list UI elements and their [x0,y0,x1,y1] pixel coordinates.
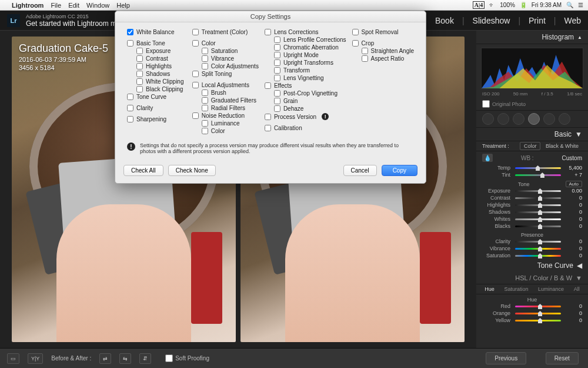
checkbox[interactable] [274,98,280,104]
check-all-button[interactable]: Check All [123,165,163,176]
checkbox[interactable] [274,90,280,97]
checkbox[interactable] [127,94,133,100]
checkbox[interactable] [192,112,199,119]
copy-option-split-toning[interactable]: Split Toning [192,70,259,78]
module-print[interactable]: Print [529,16,546,25]
checkbox[interactable] [192,29,199,35]
copy-option-chromatic-aberration[interactable]: Chromatic Aberration [265,44,346,51]
copy-option-process-version[interactable]: Process Version! [265,112,346,121]
checkbox[interactable] [202,89,208,96]
copy-option-sharpening[interactable]: Sharpening [127,115,186,123]
collapse-hsl-icon[interactable]: ▼ [576,274,582,281]
copy-option-calibration[interactable]: Calibration [265,124,346,132]
checkbox[interactable] [265,114,271,120]
checkbox[interactable] [274,44,280,51]
hsl-title[interactable]: HSL / Color / B & W [515,274,572,281]
copy-option-clarity[interactable]: Clarity [127,104,186,112]
checkbox[interactable] [202,128,208,134]
hsl-tab-sat[interactable]: Saturation [504,286,528,292]
module-book[interactable]: Book [435,16,454,25]
clock[interactable]: Fri 9:38 AM [532,2,562,8]
copy-option-color-adjustments[interactable]: Color Adjustments [192,62,259,70]
checkbox[interactable] [274,59,280,66]
module-web[interactable]: Web [564,16,581,25]
checkbox[interactable] [136,48,143,54]
menubar-app-name[interactable]: Lightroom [12,2,44,9]
checkbox[interactable] [352,40,359,47]
checkbox[interactable] [352,29,359,35]
copy-button[interactable]: Copy [382,165,417,176]
cancel-button[interactable]: Cancel [343,165,377,176]
slider-shadows[interactable]: Shadows 0 [476,208,588,216]
checkbox[interactable] [202,120,208,127]
slider-highlights[interactable]: Highlights 0 [476,201,588,208]
checkbox[interactable] [127,29,133,35]
copy-option-noise-reduction[interactable]: Noise Reduction [192,112,259,120]
menu-help[interactable]: Help [116,2,130,9]
basic-title[interactable]: Basic [554,130,572,138]
spot-tool-icon[interactable] [497,113,509,125]
checkbox[interactable] [274,105,280,112]
checkbox[interactable] [192,40,199,47]
checkbox[interactable] [127,116,133,122]
checkbox[interactable] [136,55,143,62]
treatment-color[interactable]: Color [520,142,541,150]
checkbox[interactable] [136,71,143,77]
copy-option-lens-profile-corrections[interactable]: Lens Profile Corrections [265,36,346,44]
ba-mode-2-icon[interactable]: ⇆ [119,353,131,364]
hsl-tab-hue[interactable]: Hue [485,286,495,292]
slider-orange[interactable]: Orange 0 [476,310,588,317]
copy-option-white-balance[interactable]: White Balance [127,28,186,36]
copy-option-spot-removal[interactable]: Spot Removal [352,28,414,36]
compare-view-icon[interactable]: Y|Y [28,353,43,364]
checkbox[interactable] [274,67,280,74]
checkbox[interactable] [136,78,143,85]
checkbox[interactable] [127,105,133,111]
checkbox[interactable] [265,125,271,131]
copy-option-radial-filters[interactable]: Radial Filters [192,104,259,112]
copy-option-lens-vignetting[interactable]: Lens Vignetting [265,74,346,82]
adobe-status-icon[interactable]: A|4 [473,1,485,9]
copy-option-basic-tone[interactable]: Basic Tone [127,39,186,47]
copy-option-tone-curve[interactable]: Tone Curve [127,93,186,101]
redeye-tool-icon[interactable] [513,113,524,125]
copy-option-grain[interactable]: Grain [265,97,346,105]
checkbox[interactable] [202,63,208,69]
menu-file[interactable]: File [51,2,61,9]
battery-icon[interactable]: 🔋 [520,2,527,8]
original-photo-checkbox[interactable] [482,100,490,108]
treatment-bw[interactable]: Black & White [542,142,582,150]
checkbox[interactable] [136,86,143,92]
copy-option-effects[interactable]: Effects [265,82,346,89]
auto-tone-button[interactable]: Auto [566,181,582,187]
slider-saturation[interactable]: Saturation 0 [476,252,588,259]
checkbox[interactable] [362,48,368,54]
slider-whites[interactable]: Whites 0 [476,216,588,223]
soft-proof-checkbox[interactable] [165,354,173,362]
copy-option-lens-corrections[interactable]: Lens Corrections [265,28,346,36]
copy-option-contrast[interactable]: Contrast [127,55,186,62]
histogram-title[interactable]: Histogram [542,33,574,41]
copy-option-treatment-color-[interactable]: Treatment (Color) [192,28,259,36]
collapse-icon[interactable]: ▲ [577,35,582,40]
menu-window[interactable]: Window [86,2,109,9]
copy-option-transform[interactable]: Transform [265,67,346,74]
copy-option-luminance[interactable]: Luminance [192,120,259,127]
radial-tool-icon[interactable] [543,113,555,125]
slider-clarity[interactable]: Clarity 0 [476,238,588,245]
spotlight-icon[interactable]: 🔍 [566,2,573,8]
slider-contrast[interactable]: Contrast 0 [476,194,588,201]
copy-option-color[interactable]: Color [192,127,259,135]
copy-option-white-clipping[interactable]: White Clipping [127,78,186,85]
gradient-tool-icon[interactable] [528,113,540,125]
wb-dropper-icon[interactable]: 💧 [482,154,493,162]
collapse-basic-icon[interactable]: ▼ [575,130,582,138]
checkbox[interactable] [202,48,208,54]
copy-option-crop[interactable]: Crop [352,39,414,47]
slider-yellow[interactable]: Yellow 0 [476,317,588,324]
slider-blacks[interactable]: Blacks 0 [476,223,588,230]
slider-red[interactable]: Red 0 [476,303,588,310]
ba-mode-3-icon[interactable]: ⇵ [139,353,151,364]
checkbox[interactable] [274,75,280,81]
slider-temp[interactable]: Temp 5,400 [476,164,588,171]
